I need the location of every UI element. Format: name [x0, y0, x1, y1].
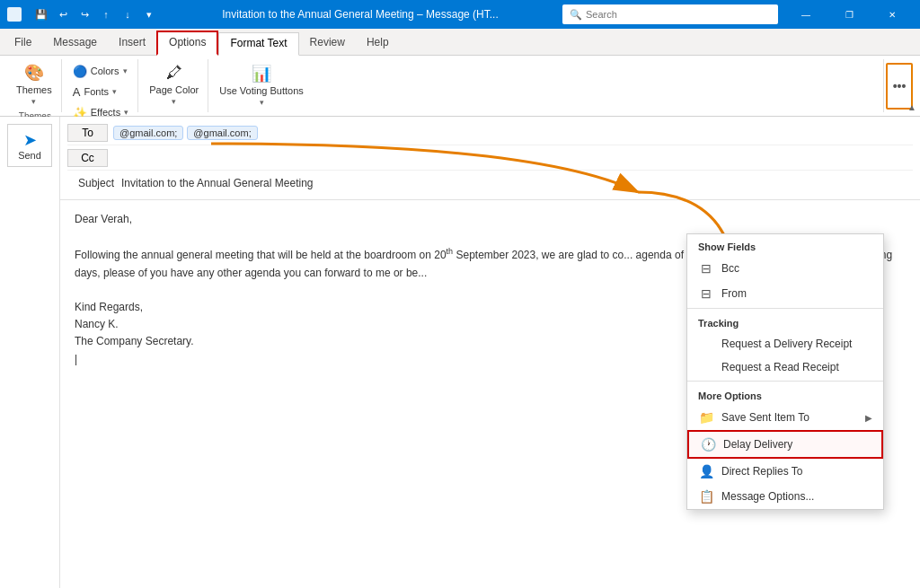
minimize-button[interactable]: —	[785, 0, 827, 29]
search-input[interactable]	[586, 9, 771, 20]
undo-btn[interactable]: ↩	[54, 5, 72, 23]
divider-1	[687, 308, 883, 309]
colors-button[interactable]: 🔵 Colors ▾	[67, 61, 133, 81]
window-controls: — ❐ ✕	[785, 0, 913, 29]
voting-dropdown-arrow: ▾	[260, 98, 264, 107]
colors-dropdown-arrow: ▾	[123, 66, 128, 75]
page-color-dropdown-arrow: ▾	[172, 97, 176, 106]
voting-icon: 📊	[252, 64, 271, 83]
tab-format-text[interactable]: Format Text	[218, 32, 298, 56]
ribbon-group-page-color: 🖍 Page Color ▾	[140, 59, 208, 112]
more-options-header: More Options	[687, 383, 883, 405]
dropdown-menu: Show Fields ⊟ Bcc ⊟ From Tracking Reques…	[686, 233, 884, 510]
page-color-group-label	[144, 110, 204, 112]
tab-help[interactable]: Help	[356, 32, 400, 56]
ribbon-group-voting: 📊 Use Voting Buttons ▾	[210, 59, 884, 112]
send-label: Send	[18, 150, 41, 161]
save-sent-icon: 📁	[698, 410, 714, 425]
themes-button[interactable]: 🎨 Themes ▾	[11, 61, 58, 108]
themes-icon: 🎨	[24, 63, 44, 83]
compose-area: ➤ Send To @gmail.com; @gmail.com; Cc	[0, 117, 920, 588]
tab-options[interactable]: Options	[156, 31, 218, 56]
restore-button[interactable]: ❐	[828, 0, 870, 29]
close-button[interactable]: ✕	[871, 0, 913, 29]
delay-delivery-menu-item[interactable]: 🕐 Delay Delivery	[687, 430, 883, 459]
save-sent-item-menu-item[interactable]: 📁 Save Sent Item To ▶	[687, 405, 883, 430]
search-bar[interactable]: 🔍	[562, 4, 778, 24]
show-fields-header: Show Fields	[687, 234, 883, 256]
app-icon	[7, 7, 22, 22]
search-icon: 🔍	[570, 9, 582, 21]
titlebar-left: 💾 ↩ ↪ ↑ ↓ ▾	[7, 5, 158, 23]
message-options-menu-item[interactable]: 📋 Message Options...	[687, 484, 883, 509]
tracking-header: Tracking	[687, 311, 883, 332]
cc-row: Cc	[67, 145, 913, 171]
save-sent-submenu-arrow: ▶	[865, 413, 872, 423]
up-btn[interactable]: ↑	[97, 5, 115, 23]
body-greeting: Dear Verah,	[75, 211, 906, 228]
redo-btn[interactable]: ↪	[75, 5, 93, 23]
fonts-dropdown-arrow: ▾	[112, 87, 117, 96]
to-email-1: @gmail.com;	[113, 126, 183, 140]
page-color-buttons: 🖍 Page Color ▾	[144, 59, 204, 110]
fonts-icon: A	[73, 85, 81, 99]
down-btn[interactable]: ↓	[119, 5, 137, 23]
direct-replies-icon: 👤	[698, 464, 714, 478]
subject-field-value: Invitation to the Annual General Meeting	[121, 177, 913, 189]
subject-row: Subject Invitation to the Annual General…	[67, 171, 913, 196]
voting-buttons: 📊 Use Voting Buttons ▾	[214, 59, 309, 110]
delay-delivery-icon: 🕐	[700, 437, 716, 452]
direct-replies-menu-item[interactable]: 👤 Direct Replies To	[687, 459, 883, 484]
voting-group-label	[214, 110, 880, 112]
subject-label: Subject	[67, 177, 121, 189]
from-icon: ⊟	[698, 286, 714, 301]
to-row: To @gmail.com; @gmail.com;	[67, 120, 913, 145]
colors-icon: 🔵	[73, 65, 87, 78]
tab-review[interactable]: Review	[299, 32, 356, 56]
mail-header: To @gmail.com; @gmail.com; Cc Subject In…	[60, 117, 920, 200]
effects-dropdown-arrow: ▾	[124, 108, 128, 117]
send-icon: ➤	[23, 130, 37, 150]
ribbon-group-themes: 🎨 Themes ▾ Themes	[7, 59, 62, 112]
delivery-receipt-menu-item[interactable]: Request a Delivery Receipt	[687, 332, 883, 355]
ribbon: 🎨 Themes ▾ Themes 🔵 Colors ▾ A Fonts ▾ ✨…	[0, 56, 920, 117]
window-title: Invitation to the Annual General Meeting…	[158, 8, 562, 21]
themes-group-buttons: 🎨 Themes ▾	[11, 59, 58, 110]
page-color-icon: 🖍	[166, 64, 182, 83]
to-button[interactable]: To	[67, 124, 108, 142]
to-field-value: @gmail.com; @gmail.com;	[113, 126, 913, 140]
save-btn[interactable]: 💾	[32, 5, 50, 23]
fonts-button[interactable]: A Fonts ▾	[67, 82, 122, 101]
dropdown-btn[interactable]: ▾	[140, 5, 158, 23]
ribbon-group-page-background: 🔵 Colors ▾ A Fonts ▾ ✨ Effects ▾	[64, 59, 138, 112]
tab-insert[interactable]: Insert	[108, 32, 156, 56]
themes-dropdown-arrow: ▾	[31, 97, 36, 106]
page-color-button[interactable]: 🖍 Page Color ▾	[144, 62, 204, 109]
bcc-icon: ⊟	[698, 261, 714, 276]
titlebar: 💾 ↩ ↪ ↑ ↓ ▾ Invitation to the Annual Gen…	[0, 0, 920, 29]
bcc-menu-item[interactable]: ⊟ Bcc	[687, 256, 883, 281]
from-menu-item[interactable]: ⊟ From	[687, 281, 883, 306]
compose-left-panel: ➤ Send	[0, 117, 60, 588]
divider-2	[687, 381, 883, 382]
ribbon-tabs: File Message Insert Options Format Text …	[0, 29, 920, 56]
cc-button[interactable]: Cc	[67, 149, 108, 167]
read-receipt-menu-item[interactable]: Request a Read Receipt	[687, 355, 883, 379]
tab-message[interactable]: Message	[42, 32, 108, 56]
send-button[interactable]: ➤ Send	[7, 124, 52, 167]
ribbon-collapse-button[interactable]: ▲	[906, 101, 918, 114]
tab-file[interactable]: File	[4, 32, 42, 56]
use-voting-buttons-button[interactable]: 📊 Use Voting Buttons ▾	[214, 62, 309, 109]
quick-access-toolbar: 💾 ↩ ↪ ↑ ↓ ▾	[32, 5, 158, 23]
message-options-icon: 📋	[698, 489, 714, 504]
page-background-buttons: 🔵 Colors ▾ A Fonts ▾ ✨ Effects ▾	[67, 59, 134, 124]
to-email-2: @gmail.com;	[187, 126, 257, 140]
